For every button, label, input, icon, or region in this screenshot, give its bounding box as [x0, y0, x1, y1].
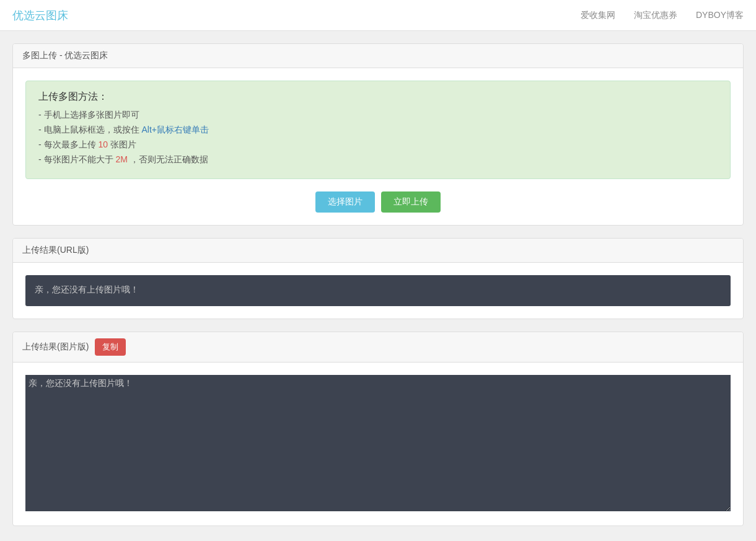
- result-url-panel-body: 亲，您还没有上传图片哦！: [13, 263, 743, 319]
- result-img-panel-header: 上传结果(图片版) 复制: [13, 332, 743, 363]
- copy-button[interactable]: 复制: [95, 338, 126, 356]
- select-image-button[interactable]: 选择图片: [315, 191, 375, 213]
- upload-panel: 多图上传 - 优选云图床 上传多图方法： - 手机上选择多张图片即可 - 电脑上…: [12, 43, 744, 226]
- upload-now-button[interactable]: 立即上传: [381, 191, 441, 213]
- result-img-panel-body: [13, 363, 743, 526]
- tips-list: - 手机上选择多张图片即可 - 电脑上鼠标框选，或按住 Alt+鼠标右键单击 -…: [38, 110, 718, 165]
- upload-panel-body: 上传多图方法： - 手机上选择多张图片即可 - 电脑上鼠标框选，或按住 Alt+…: [13, 68, 743, 225]
- result-url-empty-msg: 亲，您还没有上传图片哦！: [35, 284, 139, 294]
- result-img-textarea[interactable]: [25, 375, 731, 511]
- tip-3: - 每次最多上传 10 张图片: [38, 139, 718, 151]
- result-img-header-content: 上传结果(图片版) 复制: [22, 338, 734, 356]
- result-img-panel: 上传结果(图片版) 复制: [12, 332, 744, 526]
- header-nav: 爱收集网 淘宝优惠券 DYBOY博客: [581, 10, 744, 21]
- nav-link-aishouchiji[interactable]: 爱收集网: [581, 10, 615, 21]
- upload-panel-header: 多图上传 - 优选云图床: [13, 44, 743, 68]
- result-img-title: 上传结果(图片版): [22, 341, 89, 353]
- result-url-area: 亲，您还没有上传图片哦！: [25, 275, 731, 306]
- info-box-title: 上传多图方法：: [38, 90, 718, 103]
- tip-2-highlight: Alt+鼠标右键单击: [141, 125, 209, 134]
- tip-2: - 电脑上鼠标框选，或按住 Alt+鼠标右键单击: [38, 125, 718, 136]
- logo: 优选云图床: [12, 8, 68, 23]
- main-content: 多图上传 - 优选云图床 上传多图方法： - 手机上选择多张图片即可 - 电脑上…: [0, 31, 756, 541]
- nav-link-taobao[interactable]: 淘宝优惠券: [634, 10, 677, 21]
- header: 优选云图床 爱收集网 淘宝优惠券 DYBOY博客: [0, 0, 756, 31]
- upload-buttons: 选择图片 立即上传: [25, 191, 731, 213]
- tip-4-highlight: 2M: [115, 154, 127, 164]
- result-url-panel-header: 上传结果(URL版): [13, 239, 743, 263]
- result-url-panel: 上传结果(URL版) 亲，您还没有上传图片哦！: [12, 238, 744, 319]
- nav-link-dyboy[interactable]: DYBOY博客: [696, 10, 744, 21]
- tip-1: - 手机上选择多张图片即可: [38, 110, 718, 121]
- upload-info-box: 上传多图方法： - 手机上选择多张图片即可 - 电脑上鼠标框选，或按住 Alt+…: [25, 81, 731, 179]
- tip-3-highlight: 10: [98, 139, 108, 149]
- tip-4: - 每张图片不能大于 2M ，否则无法正确数据: [38, 154, 718, 165]
